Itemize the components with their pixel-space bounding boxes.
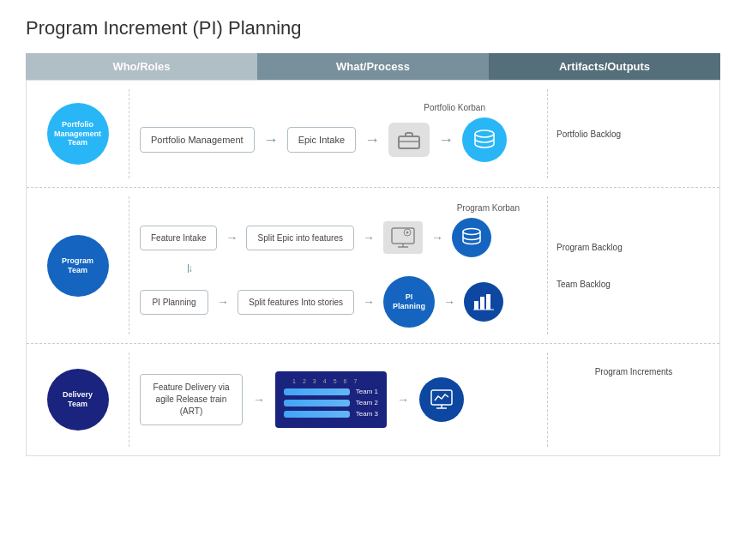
- col-artifacts-program: Program Backlog Team Backlog: [548, 196, 719, 334]
- col-what-program: Program Korban Feature Intake → Split Ep…: [129, 196, 548, 334]
- portfolio-korban-label: Portfolio Korban: [424, 103, 485, 112]
- row-portfolio: Portfolio Management Team Portfolio Korb…: [27, 81, 719, 188]
- arrow-10: →: [253, 393, 265, 406]
- art-team1-row: Team 1: [284, 388, 378, 395]
- header-row: Who/Roles What/Process Artifacts/Outputs: [26, 53, 720, 80]
- art-col-1: 1: [292, 378, 296, 384]
- art-col-5: 5: [334, 378, 337, 384]
- arrow-7: →: [217, 295, 229, 309]
- col-what-portfolio: Portfolio Korban Portfolio Management → …: [129, 89, 548, 178]
- barchart-icon-circle: [464, 282, 503, 322]
- art-col-6: 6: [344, 378, 347, 384]
- portfolio-artifact-group: [462, 117, 507, 162]
- main-content: Portfolio Management Team Portfolio Korb…: [26, 80, 720, 456]
- delivery-monitor-icon: [419, 377, 464, 422]
- arrow-4: →: [226, 231, 238, 244]
- col-artifacts-portfolio: Portfolio Backlog: [548, 89, 719, 178]
- svg-rect-9: [474, 301, 478, 310]
- barchart-icon: [473, 292, 494, 311]
- screen-icon: [430, 388, 454, 411]
- art-col-2: 2: [303, 378, 306, 384]
- svg-rect-3: [392, 228, 414, 244]
- col-who-delivery: Delivery Team: [27, 352, 129, 447]
- art-col-4: 4: [323, 378, 327, 384]
- arrow-1: →: [263, 131, 279, 149]
- portfolio-management-box: Portfolio Management: [140, 127, 255, 153]
- art-chart: 1 2 3 4 5 6 7 Team 1 Team 2: [275, 371, 387, 428]
- arrow-5: →: [363, 231, 375, 244]
- program-korban-label: Program Korban: [457, 203, 520, 213]
- row-delivery: Delivery Team Feature Delivery via agile…: [27, 344, 719, 455]
- col-who-portfolio: Portfolio Management Team: [27, 89, 129, 178]
- col-who-program: Program Team: [27, 196, 129, 334]
- header-what: What/Process: [257, 53, 489, 80]
- arrow-8: →: [363, 295, 375, 309]
- arrow-3: →: [438, 131, 454, 149]
- svg-rect-11: [486, 294, 490, 310]
- arrow-6: →: [431, 231, 443, 244]
- art-col-7: 7: [353, 378, 357, 384]
- svg-rect-13: [431, 390, 452, 405]
- header-artifacts: Artifacts/Outputs: [489, 53, 720, 80]
- split-features-box: Split features Into stories: [238, 290, 354, 315]
- feature-intake-box: Feature Intake: [140, 226, 217, 250]
- portfolio-avatar: Portfolio Management Team: [47, 103, 109, 165]
- delivery-avatar: Delivery Team: [47, 369, 109, 431]
- svg-rect-10: [480, 297, 484, 310]
- svg-point-7: [406, 232, 408, 234]
- svg-point-8: [463, 229, 480, 235]
- art-team1-label: Team 1: [356, 388, 378, 395]
- row-program: Program Team Program Korban Feature Inta…: [27, 188, 719, 344]
- pi-planning-circle: PIPlanning: [383, 276, 435, 328]
- team-backlog-label: Team Backlog: [556, 279, 611, 290]
- art-team2-row: Team 2: [284, 399, 378, 406]
- program-db-icon: [452, 218, 491, 257]
- monitor-icon: [390, 226, 416, 249]
- header-who: Who/Roles: [26, 53, 257, 80]
- program-label: Program Team: [47, 251, 109, 280]
- split-epic-box: Split Epic into features: [246, 226, 354, 250]
- portfolio-backlog-label: Portfolio Backlog: [556, 129, 621, 140]
- arrow-11: →: [397, 393, 409, 406]
- portfolio-db-icon: [462, 117, 507, 162]
- svg-point-2: [475, 130, 494, 137]
- page-title: Program Increment (PI) Planning: [26, 17, 720, 39]
- briefcase-icon-container: [388, 123, 430, 157]
- program-avatar: Program Team: [47, 235, 109, 297]
- col-what-delivery: Feature Delivery via agile Release train…: [129, 352, 548, 447]
- program-backlog-label: Program Backlog: [556, 242, 623, 253]
- svg-rect-0: [399, 136, 419, 148]
- monitor-icon-container: [383, 221, 423, 254]
- art-team2-label: Team 2: [356, 399, 378, 406]
- art-col-3: 3: [313, 378, 316, 384]
- art-team3-label: Team 3: [356, 410, 378, 418]
- arrow-2: →: [364, 131, 380, 149]
- portfolio-label: Portfolio Management Team: [47, 115, 109, 153]
- art-team3-row: Team 3: [284, 410, 378, 418]
- program-increments-label: Program Increments: [595, 366, 673, 377]
- art-delivery-box: Feature Delivery via agile Release train…: [140, 374, 243, 425]
- col-artifacts-delivery: Program Increments: [548, 352, 719, 447]
- epic-intake-box: Epic Intake: [287, 127, 356, 153]
- delivery-label: Delivery Team: [47, 385, 109, 414]
- pi-planning-box: PI Planning: [140, 290, 208, 315]
- arrow-9: →: [443, 295, 455, 309]
- briefcase-icon: [397, 129, 421, 150]
